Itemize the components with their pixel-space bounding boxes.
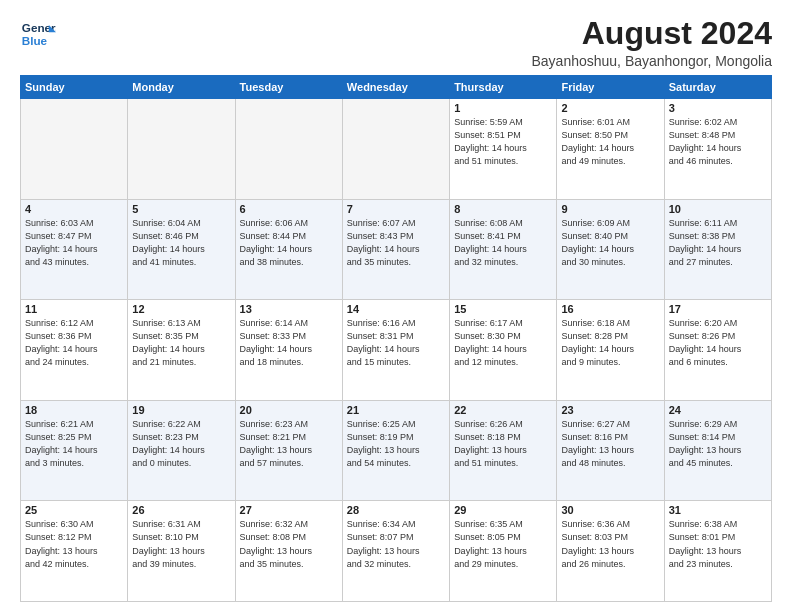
calendar-cell [128,99,235,200]
day-info: Sunrise: 6:08 AM Sunset: 8:41 PM Dayligh… [454,217,552,269]
day-info: Sunrise: 6:30 AM Sunset: 8:12 PM Dayligh… [25,518,123,570]
calendar-week-2: 4Sunrise: 6:03 AM Sunset: 8:47 PM Daylig… [21,199,772,300]
day-number: 26 [132,504,230,516]
day-number: 9 [561,203,659,215]
day-number: 12 [132,303,230,315]
day-number: 6 [240,203,338,215]
day-info: Sunrise: 6:12 AM Sunset: 8:36 PM Dayligh… [25,317,123,369]
day-info: Sunrise: 6:26 AM Sunset: 8:18 PM Dayligh… [454,418,552,470]
calendar-cell: 15Sunrise: 6:17 AM Sunset: 8:30 PM Dayli… [450,300,557,401]
day-info: Sunrise: 6:29 AM Sunset: 8:14 PM Dayligh… [669,418,767,470]
day-number: 17 [669,303,767,315]
day-number: 18 [25,404,123,416]
col-wednesday: Wednesday [342,76,449,99]
day-number: 19 [132,404,230,416]
calendar-cell: 9Sunrise: 6:09 AM Sunset: 8:40 PM Daylig… [557,199,664,300]
location-subtitle: Bayanhoshuu, Bayanhongor, Mongolia [531,53,772,69]
logo: General Blue [20,16,58,52]
day-info: Sunrise: 6:21 AM Sunset: 8:25 PM Dayligh… [25,418,123,470]
calendar-cell: 17Sunrise: 6:20 AM Sunset: 8:26 PM Dayli… [664,300,771,401]
header: General Blue August 2024 Bayanhoshuu, Ba… [20,16,772,69]
calendar-cell: 4Sunrise: 6:03 AM Sunset: 8:47 PM Daylig… [21,199,128,300]
calendar-cell: 6Sunrise: 6:06 AM Sunset: 8:44 PM Daylig… [235,199,342,300]
day-info: Sunrise: 6:25 AM Sunset: 8:19 PM Dayligh… [347,418,445,470]
calendar-cell: 27Sunrise: 6:32 AM Sunset: 8:08 PM Dayli… [235,501,342,602]
calendar-cell: 24Sunrise: 6:29 AM Sunset: 8:14 PM Dayli… [664,400,771,501]
day-number: 22 [454,404,552,416]
calendar-cell: 20Sunrise: 6:23 AM Sunset: 8:21 PM Dayli… [235,400,342,501]
calendar-cell: 16Sunrise: 6:18 AM Sunset: 8:28 PM Dayli… [557,300,664,401]
day-number: 3 [669,102,767,114]
calendar-cell: 22Sunrise: 6:26 AM Sunset: 8:18 PM Dayli… [450,400,557,501]
day-info: Sunrise: 6:36 AM Sunset: 8:03 PM Dayligh… [561,518,659,570]
day-number: 24 [669,404,767,416]
calendar-cell: 21Sunrise: 6:25 AM Sunset: 8:19 PM Dayli… [342,400,449,501]
calendar-cell [21,99,128,200]
day-info: Sunrise: 6:07 AM Sunset: 8:43 PM Dayligh… [347,217,445,269]
day-number: 4 [25,203,123,215]
calendar-week-5: 25Sunrise: 6:30 AM Sunset: 8:12 PM Dayli… [21,501,772,602]
day-number: 7 [347,203,445,215]
calendar-cell: 26Sunrise: 6:31 AM Sunset: 8:10 PM Dayli… [128,501,235,602]
day-number: 11 [25,303,123,315]
col-saturday: Saturday [664,76,771,99]
day-info: Sunrise: 6:22 AM Sunset: 8:23 PM Dayligh… [132,418,230,470]
day-number: 13 [240,303,338,315]
day-info: Sunrise: 6:11 AM Sunset: 8:38 PM Dayligh… [669,217,767,269]
calendar-cell: 5Sunrise: 6:04 AM Sunset: 8:46 PM Daylig… [128,199,235,300]
day-number: 5 [132,203,230,215]
day-number: 15 [454,303,552,315]
day-info: Sunrise: 6:18 AM Sunset: 8:28 PM Dayligh… [561,317,659,369]
calendar-cell: 28Sunrise: 6:34 AM Sunset: 8:07 PM Dayli… [342,501,449,602]
calendar-table: Sunday Monday Tuesday Wednesday Thursday… [20,75,772,602]
day-info: Sunrise: 6:32 AM Sunset: 8:08 PM Dayligh… [240,518,338,570]
calendar-cell: 29Sunrise: 6:35 AM Sunset: 8:05 PM Dayli… [450,501,557,602]
calendar-cell: 23Sunrise: 6:27 AM Sunset: 8:16 PM Dayli… [557,400,664,501]
calendar-cell: 30Sunrise: 6:36 AM Sunset: 8:03 PM Dayli… [557,501,664,602]
col-tuesday: Tuesday [235,76,342,99]
day-info: Sunrise: 6:01 AM Sunset: 8:50 PM Dayligh… [561,116,659,168]
day-number: 21 [347,404,445,416]
day-info: Sunrise: 5:59 AM Sunset: 8:51 PM Dayligh… [454,116,552,168]
day-info: Sunrise: 6:03 AM Sunset: 8:47 PM Dayligh… [25,217,123,269]
calendar-cell: 3Sunrise: 6:02 AM Sunset: 8:48 PM Daylig… [664,99,771,200]
day-number: 30 [561,504,659,516]
calendar-cell: 11Sunrise: 6:12 AM Sunset: 8:36 PM Dayli… [21,300,128,401]
day-number: 25 [25,504,123,516]
day-number: 1 [454,102,552,114]
month-year-title: August 2024 [531,16,772,51]
calendar-cell: 14Sunrise: 6:16 AM Sunset: 8:31 PM Dayli… [342,300,449,401]
calendar-cell: 2Sunrise: 6:01 AM Sunset: 8:50 PM Daylig… [557,99,664,200]
col-thursday: Thursday [450,76,557,99]
calendar-cell [235,99,342,200]
day-info: Sunrise: 6:38 AM Sunset: 8:01 PM Dayligh… [669,518,767,570]
calendar-week-1: 1Sunrise: 5:59 AM Sunset: 8:51 PM Daylig… [21,99,772,200]
calendar-cell: 12Sunrise: 6:13 AM Sunset: 8:35 PM Dayli… [128,300,235,401]
day-info: Sunrise: 6:34 AM Sunset: 8:07 PM Dayligh… [347,518,445,570]
day-info: Sunrise: 6:31 AM Sunset: 8:10 PM Dayligh… [132,518,230,570]
calendar-cell: 13Sunrise: 6:14 AM Sunset: 8:33 PM Dayli… [235,300,342,401]
day-info: Sunrise: 6:06 AM Sunset: 8:44 PM Dayligh… [240,217,338,269]
calendar-cell [342,99,449,200]
calendar-cell: 1Sunrise: 5:59 AM Sunset: 8:51 PM Daylig… [450,99,557,200]
calendar-cell: 18Sunrise: 6:21 AM Sunset: 8:25 PM Dayli… [21,400,128,501]
day-number: 20 [240,404,338,416]
general-blue-logo-icon: General Blue [20,16,56,52]
page: General Blue August 2024 Bayanhoshuu, Ba… [0,0,792,612]
day-info: Sunrise: 6:04 AM Sunset: 8:46 PM Dayligh… [132,217,230,269]
day-info: Sunrise: 6:35 AM Sunset: 8:05 PM Dayligh… [454,518,552,570]
day-number: 2 [561,102,659,114]
day-info: Sunrise: 6:14 AM Sunset: 8:33 PM Dayligh… [240,317,338,369]
svg-text:Blue: Blue [22,34,48,47]
calendar-cell: 25Sunrise: 6:30 AM Sunset: 8:12 PM Dayli… [21,501,128,602]
col-sunday: Sunday [21,76,128,99]
calendar-cell: 8Sunrise: 6:08 AM Sunset: 8:41 PM Daylig… [450,199,557,300]
calendar-cell: 10Sunrise: 6:11 AM Sunset: 8:38 PM Dayli… [664,199,771,300]
day-info: Sunrise: 6:02 AM Sunset: 8:48 PM Dayligh… [669,116,767,168]
title-block: August 2024 Bayanhoshuu, Bayanhongor, Mo… [531,16,772,69]
day-info: Sunrise: 6:17 AM Sunset: 8:30 PM Dayligh… [454,317,552,369]
day-number: 28 [347,504,445,516]
col-friday: Friday [557,76,664,99]
day-info: Sunrise: 6:13 AM Sunset: 8:35 PM Dayligh… [132,317,230,369]
day-number: 27 [240,504,338,516]
